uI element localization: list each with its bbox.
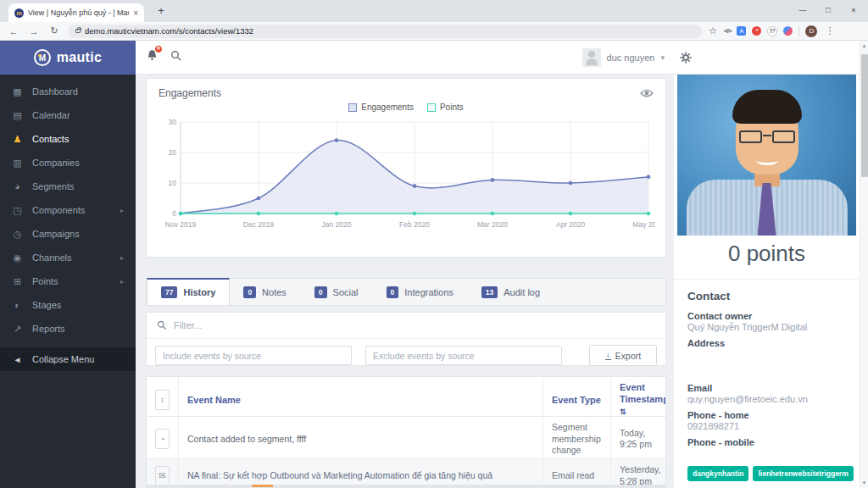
detail-tabs: 77 History 0 Notes 0 Social 0 Integratio… xyxy=(146,278,666,306)
minimize-icon[interactable]: — xyxy=(790,0,815,20)
svg-text:Feb 2020: Feb 2020 xyxy=(399,220,430,229)
tab-integrations[interactable]: 0 Integrations xyxy=(373,279,468,305)
tab-history[interactable]: 77 History xyxy=(147,278,230,305)
export-button[interactable]: ↓ Export xyxy=(589,345,657,366)
sidebar-item-calendar[interactable]: ▤ Calendar xyxy=(0,103,136,127)
tab-notes[interactable]: 0 Notes xyxy=(230,279,300,305)
browser-tab[interactable]: m View | Nguyễn phú quý - | Mauti × xyxy=(8,3,144,22)
tag-badge[interactable]: dangkynhantin xyxy=(687,466,748,481)
exclude-events-input[interactable] xyxy=(365,346,562,365)
sidebar-item-label: Companies xyxy=(32,158,124,168)
sidebar-item-contacts[interactable]: ♟ Contacts xyxy=(0,127,136,151)
url-text: demo.mauticvietnam.com/s/contacts/view/1… xyxy=(85,26,253,36)
page-scrollbar[interactable]: ▲ ▼ xyxy=(860,41,868,488)
sidebar-item-label: Components xyxy=(32,205,111,215)
scrollbar-thumb[interactable] xyxy=(861,54,868,177)
contact-tags: dangkynhantin lienhetrenwebsitetriggerm xyxy=(687,466,846,481)
address-bar[interactable]: demo.mauticvietnam.com/s/contacts/view/1… xyxy=(68,25,702,38)
expand-all-button[interactable]: ↕ xyxy=(155,390,170,410)
legend-engagements[interactable]: Engagements xyxy=(348,103,414,112)
sidebar-item-reports[interactable]: ↗ Reports xyxy=(0,317,136,341)
header-event-timestamp[interactable]: Event Timestamp ⇅ xyxy=(610,377,665,422)
sidebar-item-components[interactable]: ◳ Components ▸ xyxy=(0,198,136,222)
sidebar-item-label: Collapse Menu xyxy=(32,354,124,364)
notifications-button[interactable]: * xyxy=(146,49,159,65)
search-icon xyxy=(170,50,182,62)
legend-label: Points xyxy=(440,103,464,112)
forward-icon[interactable]: → xyxy=(24,26,44,36)
chart-title: Engagements xyxy=(159,87,640,99)
header-event-type[interactable]: Event Type xyxy=(542,377,610,422)
legend-points[interactable]: Points xyxy=(427,103,464,112)
svg-text:Jan 2020: Jan 2020 xyxy=(322,220,352,229)
bookmark-star-icon[interactable]: ☆ xyxy=(709,25,717,36)
event-timestamp: Yesterday, 5:28 pm xyxy=(610,459,665,488)
sidebar-item-dashboard[interactable]: ▦ Dashboard xyxy=(0,80,136,103)
tab-label: Integrations xyxy=(404,287,453,297)
reload-icon[interactable]: ↻ xyxy=(44,25,64,36)
maximize-icon[interactable]: □ xyxy=(815,0,841,20)
eye-icon[interactable] xyxy=(640,88,654,98)
translate-extension-icon[interactable]: A xyxy=(737,26,746,36)
global-search-button[interactable] xyxy=(170,50,182,65)
tab-count-badge: 0 xyxy=(243,286,256,298)
user-menu[interactable]: duc nguyen ▾ xyxy=(582,41,665,75)
table-header-row: ↕ Event Name Event Type Event Timestamp … xyxy=(147,377,665,416)
filter-input[interactable] xyxy=(174,320,655,330)
tag-badge[interactable]: lienhetrenwebsitetriggerm xyxy=(753,466,853,481)
sidebar-item-label: Campaigns xyxy=(32,229,124,239)
contact-points: 0 points xyxy=(674,241,860,267)
mautic-wordmark: mautic xyxy=(57,50,102,65)
engagements-swatch-icon xyxy=(348,103,357,112)
chrome-menu-icon[interactable]: ⋮ xyxy=(825,25,834,36)
table-row[interactable]: ✉ NA final: Sự kết hợp Outbound và Marke… xyxy=(147,458,665,486)
dashboard-icon: ▦ xyxy=(12,86,23,97)
table-row[interactable]: ◔ Contact added to segment, ffff Segment… xyxy=(147,416,665,458)
sort-desc-icon[interactable]: ⇅ xyxy=(620,408,626,416)
tab-count-badge: 13 xyxy=(481,286,498,298)
sidebar-item-segments[interactable]: ◕ Segments xyxy=(0,175,136,198)
scroll-up-icon[interactable]: ▲ xyxy=(860,43,868,48)
email-value[interactable]: quy.nguyen@firetoeic.edu.vn xyxy=(687,394,846,404)
engagements-chart: Nov 2019Dec 2019Jan 2020Feb 2020Mar 2020… xyxy=(159,114,655,242)
sidebar-item-companies[interactable]: ▥ Companies xyxy=(0,151,136,175)
tab-count-badge: 77 xyxy=(161,286,177,298)
event-timestamp: Today, 9:25 pm xyxy=(610,417,665,462)
filter-search-icon xyxy=(157,320,167,330)
sidebar-item-campaigns[interactable]: ◷ Campaigns xyxy=(0,222,136,246)
back-icon[interactable]: ← xyxy=(3,26,24,36)
campaigns-icon: ◷ xyxy=(12,229,23,240)
tab-close-icon[interactable]: × xyxy=(133,8,138,18)
phone-home-value: 0921898271 xyxy=(687,421,846,431)
contact-profile-panel: 0 points Contact Contact owner Quý Nguyễ… xyxy=(674,75,860,488)
mautic-logo[interactable]: M mautic xyxy=(0,41,136,75)
scroll-down-icon[interactable]: ▼ xyxy=(860,480,868,485)
app-topbar: * duc nguyen ▾ xyxy=(136,41,860,75)
svg-text:Apr 2020: Apr 2020 xyxy=(556,220,586,229)
fq-extension-icon[interactable]: f? xyxy=(767,26,777,36)
close-window-icon[interactable]: × xyxy=(841,0,866,20)
email-event-icon[interactable]: ✉ xyxy=(155,466,170,486)
new-tab-button[interactable]: + xyxy=(153,3,170,19)
history-table: ↕ Event Name Event Type Event Timestamp … xyxy=(146,376,666,488)
legend-label: Engagements xyxy=(361,103,414,112)
red-extension-icon[interactable]: * xyxy=(752,26,761,36)
code-extension-icon[interactable]: </> xyxy=(724,27,732,35)
header-event-name[interactable]: Event Name xyxy=(178,377,542,422)
segment-event-icon[interactable]: ◔ xyxy=(155,429,170,449)
tab-social[interactable]: 0 Social xyxy=(301,279,373,305)
sidebar-item-label: Contacts xyxy=(32,134,124,144)
sidebar-item-stages[interactable]: ◐ Stages xyxy=(0,293,136,317)
settings-button[interactable] xyxy=(680,52,692,67)
include-events-input[interactable] xyxy=(155,346,352,365)
sidebar-item-channels[interactable]: ◉ Channels ▸ xyxy=(0,246,136,269)
sidebar-item-label: Channels xyxy=(32,252,111,263)
event-type: Email read xyxy=(542,459,610,488)
sidebar-item-collapse-menu[interactable]: ◄ Collapse Menu xyxy=(0,347,136,371)
lock-icon xyxy=(75,29,81,33)
mautic-logo-icon: M xyxy=(34,49,51,66)
sidebar-item-points[interactable]: ⊞ Points ▸ xyxy=(0,269,136,293)
round-extension-icon[interactable] xyxy=(783,26,793,36)
tab-audit-log[interactable]: 13 Audit log xyxy=(468,279,554,305)
chrome-profile-avatar[interactable]: D xyxy=(805,25,817,37)
